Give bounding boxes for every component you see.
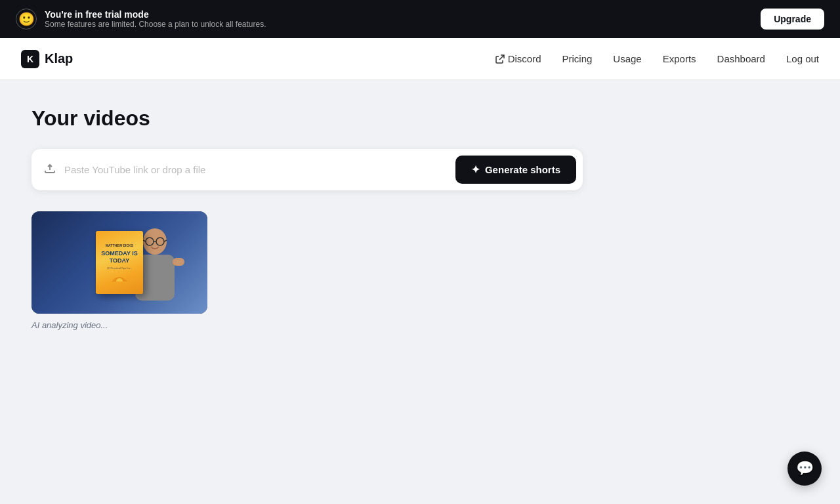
banner-emoji-icon: 🙂: [16, 9, 37, 30]
book-cover: MATTHEW DICKS SOMEDAY IS TODAY 22 Practi…: [96, 231, 143, 294]
nav-discord[interactable]: Discord: [495, 53, 541, 64]
nav-pricing[interactable]: Pricing: [562, 53, 592, 64]
nav-dashboard[interactable]: Dashboard: [717, 53, 765, 64]
youtube-link-input[interactable]: [64, 164, 448, 175]
exports-label: Exports: [663, 53, 696, 64]
video-status: AI analyzing video...: [32, 320, 207, 330]
banner-left: 🙂 You're in free trial mode Some feature…: [16, 9, 266, 30]
external-link-icon: [495, 54, 505, 64]
input-row: ✦ Generate shorts: [32, 149, 583, 190]
trial-banner: 🙂 You're in free trial mode Some feature…: [0, 0, 840, 38]
chat-button[interactable]: 💬: [788, 452, 822, 486]
generate-button-label: Generate shorts: [485, 164, 560, 175]
book-author: MATTHEW DICKS: [106, 243, 133, 247]
banner-text: You're in free trial mode Some features …: [45, 9, 266, 29]
upgrade-button[interactable]: Upgrade: [761, 9, 824, 30]
nav-logout[interactable]: Log out: [786, 53, 819, 64]
video-card[interactable]: MATTHEW DICKS SOMEDAY IS TODAY 22 Practi…: [32, 211, 207, 330]
discord-label: Discord: [508, 53, 541, 64]
thumbnail-inner: MATTHEW DICKS SOMEDAY IS TODAY 22 Practi…: [32, 211, 207, 314]
nav-exports[interactable]: Exports: [663, 53, 696, 64]
banner-subtitle: Some features are limited. Choose a plan…: [45, 20, 266, 29]
sparkle-icon: ✦: [471, 163, 480, 176]
dashboard-label: Dashboard: [717, 53, 765, 64]
main-content: Your videos ✦ Generate shorts: [0, 80, 840, 356]
book-subtitle: 22 Practical Tips for...: [107, 266, 132, 270]
upload-icon: [43, 161, 56, 178]
logo[interactable]: K Klap: [21, 50, 73, 68]
chat-icon: 💬: [796, 460, 814, 477]
sun-icon: [112, 272, 127, 282]
video-thumbnail: MATTHEW DICKS SOMEDAY IS TODAY 22 Practi…: [32, 211, 207, 314]
page-title: Your videos: [32, 106, 808, 131]
svg-rect-3: [173, 258, 184, 266]
navbar: K Klap Discord Pricing Usage Exports Das…: [0, 38, 840, 80]
logout-label: Log out: [786, 53, 819, 64]
nav-usage[interactable]: Usage: [613, 53, 641, 64]
banner-title: You're in free trial mode: [45, 9, 266, 20]
logo-text: Klap: [45, 51, 73, 66]
video-grid: MATTHEW DICKS SOMEDAY IS TODAY 22 Practi…: [32, 211, 808, 330]
pricing-label: Pricing: [562, 53, 592, 64]
nav-links: Discord Pricing Usage Exports Dashboard …: [495, 53, 819, 64]
generate-shorts-button[interactable]: ✦ Generate shorts: [455, 156, 576, 184]
usage-label: Usage: [613, 53, 641, 64]
logo-icon: K: [21, 50, 39, 68]
book-title: SOMEDAY IS TODAY: [100, 250, 139, 264]
